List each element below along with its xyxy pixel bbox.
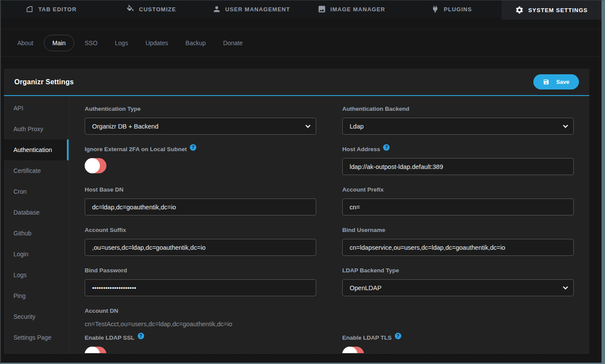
subnav-tab-logs[interactable]: Logs xyxy=(108,36,135,50)
field-label: Authentication Backend xyxy=(342,106,574,112)
topnav-plugins[interactable]: PLUGINS xyxy=(401,0,502,18)
topnav-label: PLUGINS xyxy=(444,6,472,13)
account-prefix-input[interactable] xyxy=(342,199,574,215)
sidebar-item-authentication[interactable]: Authentication xyxy=(4,139,69,160)
topnav-label: TAB EDITOR xyxy=(38,6,76,13)
sidebar-item-cron[interactable]: Cron xyxy=(4,181,69,202)
field-label: Bind Password xyxy=(85,267,316,274)
field-account-dn: Account DN cn=TestAcct,ou=users,dc=ldap,… xyxy=(85,308,316,328)
topnav-user-management[interactable]: USER MANAGEMENT xyxy=(201,0,301,18)
topnav-system-settings[interactable]: SYSTEM SETTINGS xyxy=(502,0,602,20)
subnav-tab-main[interactable]: Main xyxy=(44,35,74,51)
field-account-prefix: Account Prefix xyxy=(342,186,574,215)
empty-cell xyxy=(342,308,574,334)
settings-sidebar: API Auth Proxy Authentication Certificat… xyxy=(4,96,69,353)
field-label: Host Base DN xyxy=(85,186,316,193)
field-bind-username: Bind Username xyxy=(342,227,574,256)
organizr-settings-panel: Organizr Settings Save API Auth Proxy Au… xyxy=(4,69,589,354)
settings-subnav: About Main SSO Logs Updates Backup Donat… xyxy=(1,29,602,57)
top-navbar: TAB EDITOR CUSTOMIZE USER MANAGEMENT IMA… xyxy=(1,0,602,18)
subnav-tab-backup[interactable]: Backup xyxy=(179,36,213,50)
field-label: LDAP Backend Type xyxy=(342,267,574,274)
tab-editor-icon xyxy=(25,5,34,13)
save-button-label: Save xyxy=(556,79,569,85)
topnav-image-manager[interactable]: IMAGE MANAGER xyxy=(301,0,402,18)
field-authentication-backend: Authentication Backend Ldap xyxy=(342,106,574,135)
topnav-label: IMAGE MANAGER xyxy=(331,6,385,13)
subnav-tab-about[interactable]: About xyxy=(10,36,40,50)
field-ldap-backend-type: LDAP Backend Type OpenLDAP xyxy=(342,267,574,296)
topnav-label: USER MANAGEMENT xyxy=(225,6,290,13)
account-suffix-input[interactable] xyxy=(85,239,316,256)
subnav-tab-donate[interactable]: Donate xyxy=(216,36,250,50)
field-ignore-2fa: Ignore External 2FA on Local Subnet ? xyxy=(85,146,316,175)
field-enable-ldap-ssl: Enable LDAP SSL ? xyxy=(85,334,316,353)
authentication-type-select[interactable]: Organizr DB + Backend xyxy=(85,118,316,135)
user-icon xyxy=(212,5,221,13)
field-label: Authentication Type xyxy=(85,106,316,112)
sidebar-item-security[interactable]: Security xyxy=(4,306,69,327)
toggle-knob xyxy=(85,347,100,353)
page-title: Organizr Settings xyxy=(14,78,74,86)
field-host-base-dn: Host Base DN xyxy=(85,186,316,215)
sidebar-item-api[interactable]: API xyxy=(4,98,69,119)
panel-header: Organizr Settings Save xyxy=(4,69,589,96)
field-label: Host Address ? xyxy=(342,146,574,152)
sidebar-item-auth-proxy[interactable]: Auth Proxy xyxy=(4,119,69,139)
panel-body: API Auth Proxy Authentication Certificat… xyxy=(4,96,589,353)
field-label: Ignore External 2FA on Local Subnet ? xyxy=(85,146,316,152)
enable-ldap-tls-toggle[interactable] xyxy=(342,347,364,353)
save-button[interactable]: Save xyxy=(533,74,579,89)
sidebar-item-logs[interactable]: Logs xyxy=(4,265,69,285)
host-address-input[interactable] xyxy=(342,158,574,175)
gear-icon xyxy=(515,6,524,14)
field-label: Bind Username xyxy=(342,227,574,233)
app-window: TAB EDITOR CUSTOMIZE USER MANAGEMENT IMA… xyxy=(0,0,605,364)
customize-icon xyxy=(126,5,135,13)
help-icon[interactable]: ? xyxy=(395,333,401,339)
ldap-backend-type-select[interactable]: OpenLDAP xyxy=(342,279,574,296)
sidebar-item-ping[interactable]: Ping xyxy=(4,285,69,306)
enable-ldap-ssl-toggle[interactable] xyxy=(85,347,106,353)
subnav-tab-updates[interactable]: Updates xyxy=(139,36,175,50)
image-icon xyxy=(317,5,326,13)
field-label: Account Suffix xyxy=(85,227,316,233)
bind-username-input[interactable] xyxy=(342,239,574,256)
help-icon[interactable]: ? xyxy=(383,144,390,151)
sidebar-item-certificate[interactable]: Certificate xyxy=(4,160,69,181)
bind-password-input[interactable] xyxy=(85,279,316,296)
toggle-knob xyxy=(85,158,100,173)
topnav-customize[interactable]: CUSTOMIZE xyxy=(101,0,202,18)
sidebar-item-settings-page[interactable]: Settings Page xyxy=(4,327,69,348)
toggle-knob xyxy=(342,347,357,353)
field-label: Account Prefix xyxy=(342,186,574,193)
authentication-settings-form: Authentication Type Organizr DB + Backen… xyxy=(69,96,589,353)
field-enable-ldap-tls: Enable LDAP TLS ? xyxy=(342,334,574,353)
ignore-2fa-toggle[interactable] xyxy=(85,158,106,173)
sidebar-item-github[interactable]: Github xyxy=(4,223,69,244)
host-base-dn-input[interactable] xyxy=(85,199,316,215)
field-account-suffix: Account Suffix xyxy=(85,227,316,256)
help-icon[interactable]: ? xyxy=(190,144,196,151)
sidebar-item-database[interactable]: Database xyxy=(4,202,69,223)
account-dn-value: cn=TestAcct,ou=users,dc=ldap,dc=goauthen… xyxy=(85,320,316,328)
sidebar-item-login[interactable]: Login xyxy=(4,244,69,265)
field-label: Account DN xyxy=(85,308,316,314)
authentication-backend-select[interactable]: Ldap xyxy=(342,118,574,135)
field-authentication-type: Authentication Type Organizr DB + Backen… xyxy=(85,106,316,135)
field-label: Enable LDAP TLS ? xyxy=(342,334,574,341)
topnav-label: CUSTOMIZE xyxy=(139,6,176,13)
help-icon[interactable]: ? xyxy=(138,333,144,339)
plug-icon xyxy=(431,5,440,13)
field-host-address: Host Address ? xyxy=(342,146,574,175)
field-label: Enable LDAP SSL ? xyxy=(85,334,316,341)
subnav-tab-sso[interactable]: SSO xyxy=(78,36,105,50)
field-bind-password: Bind Password xyxy=(85,267,316,296)
topnav-tab-editor[interactable]: TAB EDITOR xyxy=(1,0,101,18)
topnav-label: SYSTEM SETTINGS xyxy=(528,7,588,13)
save-icon xyxy=(543,79,549,85)
